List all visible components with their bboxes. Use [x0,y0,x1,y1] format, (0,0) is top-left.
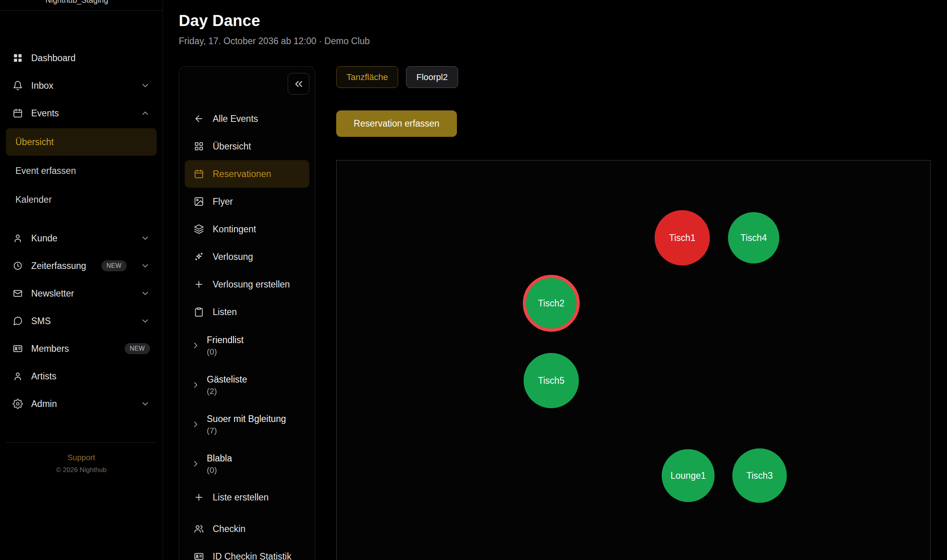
user-icon [13,233,23,243]
collapse-panel-button[interactable] [288,73,309,95]
list-count: (2) [207,386,247,396]
menu-item-label: Flyer [213,196,233,207]
menu-item-liste-erstellen[interactable]: Liste erstellen [185,483,309,511]
list-text: Suoer mit Bgleitung (7) [207,413,286,435]
list-text: Blabla (0) [207,453,232,475]
sidebar-item-admin[interactable]: Admin [6,390,157,418]
table-tisch1[interactable]: Tisch1 [655,210,710,265]
chevron-down-icon [140,261,150,271]
list-item-gaesteliste[interactable]: Gästeliste (2) [185,365,309,405]
list-item-blabla[interactable]: Blabla (0) [185,444,309,483]
menu-item-alle-events[interactable]: Alle Events [185,105,309,133]
table-label: Lounge1 [670,470,706,481]
chevron-right-icon [191,341,200,350]
floorplan-tabs: Tanzfläche Floorpl2 [336,66,932,88]
sidebar-item-label: Artists [31,371,56,382]
menu-item-verlosung-erstellen[interactable]: Verlosung erstellen [185,271,309,298]
reservation-erfassen-button[interactable]: Reservation erfassen [336,110,457,137]
table-label: Tisch1 [669,233,696,243]
table-lounge1[interactable]: Lounge1 [662,449,715,502]
id-card-icon [194,551,204,560]
menu-item-listen[interactable]: Listen [185,298,309,326]
workspace-header: Nighthub_Staging [0,0,163,11]
calendar-icon [194,169,204,179]
menu-item-label: Alle Events [213,114,258,124]
sidebar-footer: Support © 2026 Nighthub [6,442,157,486]
list-label: Gästeliste [207,374,247,385]
list-item-suoer-mit-bgleitung[interactable]: Suoer mit Bgleitung (7) [185,405,309,444]
plus-icon [194,279,204,289]
sidebar-item-label: Kunde [31,233,58,244]
submenu-item-kalender[interactable]: Kalender [6,186,157,213]
copyright-text: © 2026 Nighthub [6,466,157,474]
table-tisch4[interactable]: Tisch4 [728,212,779,263]
sidebar-item-events[interactable]: Events [6,99,157,127]
sparkles-icon [194,252,204,262]
events-submenu: Übersicht Event erfassen Kalender [6,128,157,213]
submenu-item-uebersicht[interactable]: Übersicht [6,128,157,156]
list-text: Friendlist (0) [207,334,243,357]
table-tisch5[interactable]: Tisch5 [524,353,579,408]
list-count: (0) [207,465,232,475]
menu-item-label: Checkin [213,524,245,534]
sidebar-item-members[interactable]: Members NEW [6,335,157,362]
event-menu: Alle Events Übersicht Reservationen [185,105,309,560]
menu-item-label: ID Checkin Statistik [213,551,291,560]
menu-item-checkin[interactable]: Checkin [185,515,309,543]
tab-tanzflaeche[interactable]: Tanzfläche [336,66,398,88]
chevron-right-icon [191,420,200,429]
chevron-down-icon [140,81,150,90]
dashboard-icon [13,53,23,63]
sidebar-item-inbox[interactable]: Inbox [6,72,157,99]
page-title: Day Dance [179,11,947,30]
table-tisch3[interactable]: Tisch3 [732,448,787,503]
sidebar-item-label: Members [31,343,69,354]
page-subtitle: Friday, 17. October 2036 ab 12:00 · Demo… [179,35,947,47]
menu-item-label: Kontingent [213,224,256,235]
sidebar-item-zeiterfassung[interactable]: Zeiterfassung NEW [6,252,157,280]
chevron-down-icon [140,233,150,243]
content-row: Alle Events Übersicht Reservationen [179,66,947,560]
calendar-icon [13,108,23,118]
menu-item-verlosung[interactable]: Verlosung [185,243,309,271]
list-item-friendlist[interactable]: Friendlist (0) [185,326,309,365]
submenu-item-label: Übersicht [15,137,54,147]
event-panel: Alle Events Übersicht Reservationen [179,66,315,560]
sidebar-nav: Dashboard Inbox Events [6,44,157,418]
table-tisch2[interactable]: Tisch2 [523,275,580,332]
gear-icon [13,399,23,409]
sidebar-item-sms[interactable]: SMS [6,307,157,335]
menu-item-reservationen[interactable]: Reservationen [185,160,309,188]
menu-item-kontingent[interactable]: Kontingent [185,215,309,243]
tab-floorpl2[interactable]: Floorpl2 [406,66,458,88]
support-link[interactable]: Support [6,453,157,462]
sidebar-item-label: Inbox [31,80,53,91]
users-icon [194,524,204,534]
menu-item-flyer[interactable]: Flyer [185,188,309,215]
layers-icon [194,224,204,234]
menu-item-label: Übersicht [213,141,251,152]
submenu-item-event-erfassen[interactable]: Event erfassen [6,157,157,185]
menu-item-id-checkin-statistik[interactable]: ID Checkin Statistik [185,543,309,560]
chevron-right-icon [191,380,200,390]
chevron-down-icon [140,399,150,409]
workspace-name[interactable]: Nighthub_Staging [45,0,108,5]
sidebar-item-kunde[interactable]: Kunde [6,224,157,252]
list-label: Suoer mit Bgleitung [207,413,286,424]
sidebar-item-newsletter[interactable]: Newsletter [6,280,157,307]
list-label: Friendlist [207,334,243,345]
list-text: Gästeliste (2) [207,374,247,396]
plus-icon [194,492,204,502]
floorplan-canvas[interactable]: Tisch1Tisch4Tisch2Tisch5Lounge1Tisch3 [336,160,930,560]
id-card-icon [13,343,23,354]
chevrons-left-icon [293,78,305,90]
menu-item-uebersicht[interactable]: Übersicht [185,133,309,160]
sidebar-item-dashboard[interactable]: Dashboard [6,44,157,72]
arrow-left-icon [194,114,204,124]
new-badge: NEW [101,260,127,271]
sidebar-item-label: Newsletter [31,288,74,299]
list-count: (7) [207,426,286,435]
sidebar-item-artists[interactable]: Artists [6,362,157,390]
submenu-item-label: Event erfassen [15,166,76,176]
mail-icon [13,288,23,299]
